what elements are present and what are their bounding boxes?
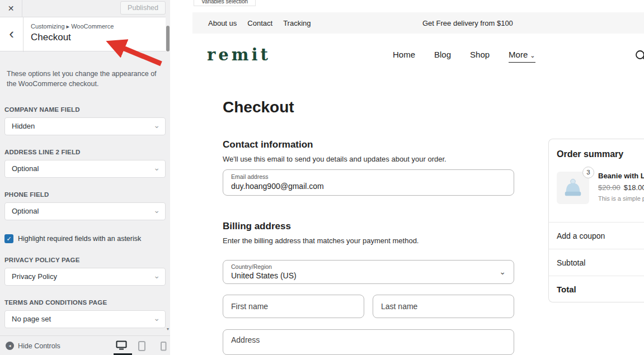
product-name: Beanie with Lo xyxy=(598,172,644,180)
link-tracking[interactable]: Tracking xyxy=(283,19,311,27)
tab-label: Variables selection xyxy=(194,0,255,4)
product-prices: $20.00$18.00 xyxy=(598,183,644,192)
chevron-down-icon: ⌄ xyxy=(530,52,535,59)
country-select[interactable]: Country/Region United States (US) ⌄ xyxy=(223,260,514,284)
topbar-links: About us Contact Tracking xyxy=(208,12,311,34)
customizer-footer: ◂ Hide Controls xyxy=(0,335,170,355)
announcement-bar: About us Contact Tracking Get Free deliv… xyxy=(192,12,644,34)
site-preview: Variables selection About us Contact Tra… xyxy=(192,0,644,355)
contact-info-heading: Contact information xyxy=(223,139,313,150)
checkbox-checked-icon[interactable]: ✓ xyxy=(4,234,13,243)
panel-title: Checkout xyxy=(31,32,71,43)
email-label: Email address xyxy=(231,173,506,180)
mobile-icon xyxy=(161,342,167,351)
chevron-down-icon: ⌄ xyxy=(153,206,160,214)
order-item: 3 Beanie with Lo $20.00$18.00 This is a … xyxy=(557,172,644,204)
checkout-page-title: Checkout xyxy=(223,98,294,116)
contact-info-description: We'll use this email to send you details… xyxy=(223,155,446,163)
published-button[interactable]: Published xyxy=(120,1,166,15)
breadcrumb: Customizing ▸ WooCommerce xyxy=(31,23,114,30)
control-phone-field: PHONE FIELD Optional ⌄ xyxy=(4,191,166,220)
panel-description: These options let you change the appeara… xyxy=(7,69,163,89)
email-input[interactable]: Email address duy.hoang900@gmail.com xyxy=(223,169,514,196)
billing-address-description: Enter the billing address that matches y… xyxy=(223,236,419,245)
nav-more-label: More xyxy=(509,50,528,59)
variables-selection-tab[interactable]: Variables selection xyxy=(194,0,256,6)
last-name-placeholder: Last name xyxy=(381,302,417,311)
close-icon[interactable]: ✕ xyxy=(0,0,22,17)
order-summary-card: Order summary 3 Beanie with Lo $20.00$18… xyxy=(548,139,644,302)
first-name-input[interactable]: First name xyxy=(223,295,364,318)
select-value: No page set xyxy=(12,315,51,323)
product-description: This is a simple p xyxy=(598,195,644,202)
terms-page-select[interactable]: No page set ⌄ xyxy=(4,310,166,328)
customizer-controls: These options let you change the appeara… xyxy=(0,69,170,328)
scrollbar-thumb[interactable] xyxy=(166,26,170,51)
address-input[interactable]: Address xyxy=(223,329,514,355)
sidebar-scrollbar[interactable]: ▼ xyxy=(166,17,170,335)
country-label: Country/Region xyxy=(231,263,506,270)
link-contact[interactable]: Contact xyxy=(247,19,272,27)
company-name-select[interactable]: Hidden ⌄ xyxy=(4,117,166,135)
chevron-down-icon: ⌄ xyxy=(153,121,160,129)
control-company-name-field: COMPANY NAME FIELD Hidden ⌄ xyxy=(4,106,166,135)
chevron-down-icon: ⌄ xyxy=(153,314,160,322)
nav-shop[interactable]: Shop xyxy=(470,50,490,63)
scrollbar-down-icon[interactable]: ▼ xyxy=(166,327,170,331)
collapse-icon: ◂ xyxy=(6,342,14,350)
subtotal-row: Subtotal xyxy=(549,249,644,276)
back-icon[interactable]: ‹ xyxy=(0,17,23,52)
address-line2-select[interactable]: Optional ⌄ xyxy=(4,160,166,178)
preview-mobile-button[interactable] xyxy=(161,342,167,353)
control-label: ADDRESS LINE 2 FIELD xyxy=(4,149,166,155)
last-name-input[interactable]: Last name xyxy=(373,295,514,318)
chevron-down-icon: ⌄ xyxy=(153,272,160,280)
total-row: Total xyxy=(549,276,644,302)
order-summary-rows: Add a coupon Subtotal Total xyxy=(549,222,644,302)
chevron-down-icon: ⌄ xyxy=(153,164,160,172)
select-value: Optional xyxy=(12,164,39,173)
highlight-required-checkbox-row: ✓ Highlight required fields with an aste… xyxy=(4,234,166,243)
preview-tablet-button[interactable] xyxy=(138,341,146,354)
promo-text: Get Free delivery from $100 xyxy=(422,12,513,34)
product-thumbnail: 3 xyxy=(557,172,589,204)
control-label: PRIVACY POLICY PAGE xyxy=(4,257,166,263)
add-coupon-row[interactable]: Add a coupon xyxy=(549,222,644,249)
select-value: Privacy Policy xyxy=(12,272,57,281)
hide-controls-button[interactable]: ◂ Hide Controls xyxy=(6,336,60,355)
checkbox-label: Highlight required fields with an asteri… xyxy=(18,234,141,243)
address-placeholder: Address xyxy=(231,335,260,344)
site-logo[interactable]: remit xyxy=(207,45,271,64)
site-header: remit Home Blog Shop More⌄ xyxy=(192,34,644,76)
control-terms-page: TERMS AND CONDITIONS PAGE No page set ⌄ xyxy=(4,299,166,328)
hide-controls-label: Hide Controls xyxy=(18,342,60,350)
nav-home[interactable]: Home xyxy=(393,50,415,63)
control-label: PHONE FIELD xyxy=(4,191,166,198)
privacy-policy-select[interactable]: Privacy Policy ⌄ xyxy=(4,268,166,286)
nav-more[interactable]: More⌄ xyxy=(509,50,535,63)
desktop-icon xyxy=(116,340,127,351)
link-about-us[interactable]: About us xyxy=(208,19,237,27)
tablet-icon xyxy=(138,341,146,352)
preview-desktop-button[interactable] xyxy=(116,340,127,353)
control-label: COMPANY NAME FIELD xyxy=(4,106,166,113)
country-value: United States (US) xyxy=(231,271,506,280)
email-value: duy.hoang900@gmail.com xyxy=(231,182,506,191)
control-privacy-policy-page: PRIVACY POLICY PAGE Privacy Policy ⌄ xyxy=(4,257,166,286)
order-summary-title: Order summary xyxy=(557,149,644,159)
search-icon[interactable] xyxy=(635,50,644,63)
select-value: Optional xyxy=(12,207,39,215)
phone-field-select[interactable]: Optional ⌄ xyxy=(4,202,166,220)
sale-price: $18.00 xyxy=(624,183,644,192)
order-item-info: Beanie with Lo $20.00$18.00 This is a si… xyxy=(598,172,644,204)
control-address-line2-field: ADDRESS LINE 2 FIELD Optional ⌄ xyxy=(4,149,166,178)
customizer-sidebar: ✕ Published ‹ Customizing ▸ WooCommerce … xyxy=(0,0,170,355)
panel-header: ‹ Customizing ▸ WooCommerce Checkout xyxy=(0,17,170,51)
regular-price: $20.00 xyxy=(598,183,621,192)
nav-blog[interactable]: Blog xyxy=(434,50,451,63)
customizer-topbar: ✕ Published xyxy=(0,0,170,17)
product-image-beanie xyxy=(562,177,584,198)
control-label: TERMS AND CONDITIONS PAGE xyxy=(4,299,166,306)
chevron-down-icon: ⌄ xyxy=(499,267,506,276)
select-value: Hidden xyxy=(12,122,35,130)
